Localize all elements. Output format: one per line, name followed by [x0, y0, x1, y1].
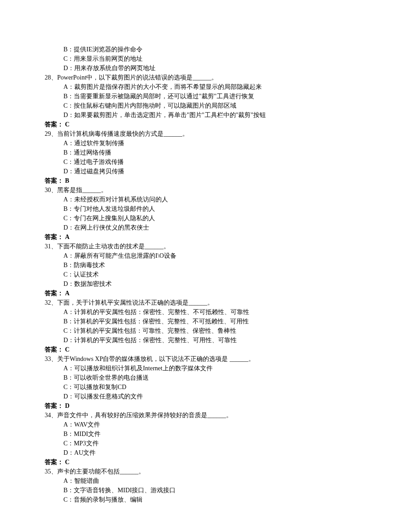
option-line: C：音频的录制与播放、编辑 [45, 495, 366, 504]
option-line: D：可以播发任意格式的文件 [45, 392, 366, 401]
option-line: A：未经授权而对计算机系统访问的人 [45, 195, 366, 204]
option-line: D：计算机的平安属性包括：保密性、完整性、可用性、可靠性 [45, 335, 366, 345]
question-line: 32、下面，关于计算机平安属性说法不正确的选项是______。 [45, 298, 366, 307]
answer-line: 答案： A [45, 289, 366, 298]
question-line: 28、PowerPoint中，以下裁剪图片的说法错误的选项是______。 [45, 73, 366, 82]
option-line: B：提供IE浏览器的操作命令 [45, 45, 366, 54]
option-line: D：AU文件 [45, 448, 366, 457]
option-line: B：防病毒技术 [45, 260, 366, 270]
option-line: C：用来显示当前网页的地址 [45, 54, 366, 63]
option-line: A：屏蔽所有可能产生信息泄露的I\O设备 [45, 251, 366, 260]
option-line: C：专门在网上搜集别人隐私的人 [45, 214, 366, 223]
option-line: A：WAV文件 [45, 420, 366, 429]
option-line: C：可以播放和复制CD [45, 382, 366, 392]
option-line: D：用来存放系统自带的网页地址 [45, 63, 366, 73]
option-line: B：MIDI文件 [45, 429, 366, 439]
option-line: C：计算机的平安属性包括：可靠性、完整性、保密性、鲁棒性 [45, 326, 366, 335]
answer-line: 答案： D [45, 401, 366, 411]
option-line: B：当需要重新显示被隐藏的局部时，还可以通过"裁剪"工具进行恢复 [45, 92, 366, 101]
option-line: C：通过电子游戏传播 [45, 157, 366, 167]
question-line: 35、声卡的主要功能不包括______。 [45, 467, 366, 476]
question-line: 30、黑客是指______。 [45, 185, 366, 195]
answer-line: 答案： C [45, 457, 366, 467]
option-line: B：专门对他人发送垃圾邮件的人 [45, 204, 366, 214]
question-line: 33、关于Windows XP自带的媒体播放机，以下说法不正确的选项是 ____… [45, 354, 366, 364]
answer-line: 答案： C [45, 120, 366, 129]
answer-line: 答案： A [45, 232, 366, 242]
option-line: A：计算机的平安属性包括：保密性、完整性、不可抵赖性、可靠性 [45, 307, 366, 317]
option-line: A：通过软件复制传播 [45, 138, 366, 148]
option-line: D：通过磁盘拷贝传播 [45, 167, 366, 176]
option-line: D：数据加密技术 [45, 279, 366, 289]
option-line: B：通过网络传播 [45, 148, 366, 157]
option-line: C：按住鼠标右键向图片内部拖动时，可以隐藏图片的局部区域 [45, 101, 366, 110]
answer-line: 答案： C [45, 345, 366, 354]
option-line: C：MP3文件 [45, 439, 366, 448]
answer-line: 答案： B [45, 176, 366, 185]
option-line: A：裁剪图片是指保存图片的大小不变，而将不希望显示的局部隐藏起来 [45, 82, 366, 92]
question-line: 31、下面不能防止主动攻击的技术是______。 [45, 242, 366, 251]
question-line: 34、声音文件中，具有较好的压缩效果并保持较好的音质是______。 [45, 411, 366, 420]
option-line: D：如果要裁剪图片，单击选定图片，再单击"图片"工具栏中的"裁剪"按钮 [45, 110, 366, 120]
option-line: B：可以收听全世界的电台播送 [45, 373, 366, 382]
option-line: B：文字语音转换、MIDI接口、游戏接口 [45, 486, 366, 495]
option-line: C：认证技术 [45, 270, 366, 279]
document-body: B：提供IE浏览器的操作命令C：用来显示当前网页的地址D：用来存放系统自带的网页… [45, 45, 366, 504]
option-line: A：可以播放和组织计算机及Internet上的数字媒体文件 [45, 364, 366, 373]
option-line: D：在网上行侠仗义的黑衣侠士 [45, 223, 366, 232]
question-line: 29、当前计算机病毒传播速度最快的方式是______。 [45, 129, 366, 138]
option-line: B：计算机的平安属性包括：保密性、完整性、不可抵赖性、可用性 [45, 317, 366, 326]
option-line: A：智能谱曲 [45, 476, 366, 486]
